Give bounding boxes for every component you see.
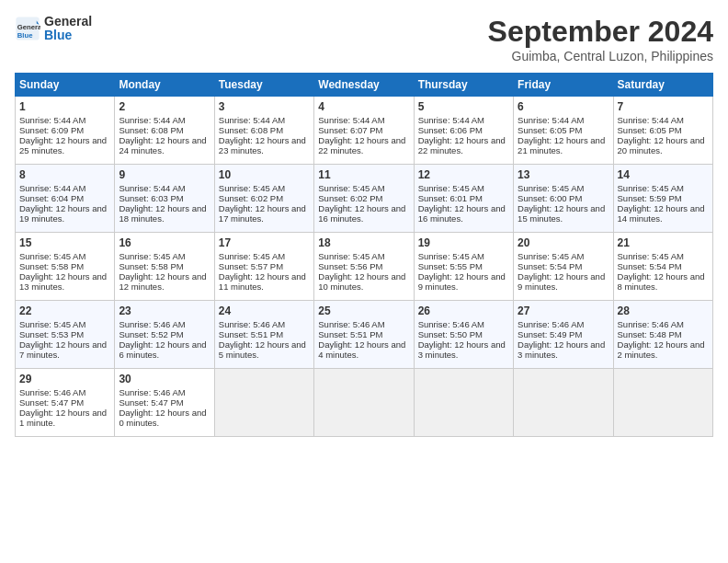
sunrise-label: Sunrise: 5:45 AM <box>618 183 684 193</box>
day-number: 27 <box>518 304 609 317</box>
day-number: 2 <box>119 100 210 113</box>
calendar-cell: 5Sunrise: 5:44 AMSunset: 6:06 PMDaylight… <box>414 97 513 165</box>
sunset-label: Sunset: 5:47 PM <box>119 397 183 408</box>
column-header-sunday: Sunday <box>16 74 115 97</box>
daylight-label: Daylight: 12 hours and 12 minutes. <box>119 271 206 292</box>
sunset-label: Sunset: 6:08 PM <box>119 125 183 135</box>
day-number: 9 <box>119 168 210 181</box>
daylight-label: Daylight: 12 hours and 6 minutes. <box>119 339 206 360</box>
sunset-label: Sunset: 5:53 PM <box>19 329 84 339</box>
logo-general: General <box>44 15 92 29</box>
daylight-label: Daylight: 12 hours and 20 minutes. <box>618 135 705 155</box>
calendar-cell: 28Sunrise: 5:46 AMSunset: 5:48 PMDayligh… <box>613 301 712 369</box>
calendar-cell: 13Sunrise: 5:45 AMSunset: 6:00 PMDayligh… <box>514 165 613 233</box>
calendar-cell: 8Sunrise: 5:44 AMSunset: 6:04 PMDaylight… <box>16 165 115 233</box>
daylight-label: Daylight: 12 hours and 3 minutes. <box>518 339 605 360</box>
sunrise-label: Sunrise: 5:45 AM <box>19 251 85 261</box>
sunrise-label: Sunrise: 5:45 AM <box>119 251 185 261</box>
day-number: 10 <box>219 168 310 181</box>
logo: General Blue General Blue <box>15 15 92 43</box>
calendar-cell: 11Sunrise: 5:45 AMSunset: 6:02 PMDayligh… <box>314 165 414 233</box>
sunset-label: Sunset: 5:49 PM <box>518 329 582 339</box>
calendar-cell <box>613 369 712 437</box>
daylight-label: Daylight: 12 hours and 5 minutes. <box>219 339 306 360</box>
day-number: 5 <box>418 100 509 113</box>
day-number: 6 <box>518 100 609 113</box>
daylight-label: Daylight: 12 hours and 11 minutes. <box>219 271 306 292</box>
sunrise-label: Sunrise: 5:45 AM <box>618 251 684 261</box>
sunrise-label: Sunrise: 5:46 AM <box>518 319 584 329</box>
calendar-cell: 30Sunrise: 5:46 AMSunset: 5:47 PMDayligh… <box>115 369 214 437</box>
day-number: 12 <box>418 168 509 181</box>
day-number: 14 <box>618 168 709 181</box>
daylight-label: Daylight: 12 hours and 8 minutes. <box>618 271 705 292</box>
sunset-label: Sunset: 5:48 PM <box>618 329 682 339</box>
sunset-label: Sunset: 5:47 PM <box>19 397 84 408</box>
sunset-label: Sunset: 5:51 PM <box>318 329 382 339</box>
svg-text:General: General <box>17 24 40 32</box>
sunset-label: Sunset: 5:54 PM <box>518 261 582 271</box>
daylight-label: Daylight: 12 hours and 7 minutes. <box>19 339 107 360</box>
sunset-label: Sunset: 6:05 PM <box>618 125 682 135</box>
column-header-monday: Monday <box>115 74 214 97</box>
title-block: September 2024 Guimba, Central Luzon, Ph… <box>488 15 713 63</box>
day-number: 20 <box>518 236 609 249</box>
daylight-label: Daylight: 12 hours and 14 minutes. <box>618 203 705 224</box>
daylight-label: Daylight: 12 hours and 16 minutes. <box>418 203 506 224</box>
day-number: 30 <box>119 373 210 385</box>
day-number: 26 <box>418 304 509 317</box>
sunrise-label: Sunrise: 5:44 AM <box>318 115 384 125</box>
daylight-label: Daylight: 12 hours and 4 minutes. <box>318 339 405 360</box>
calendar-cell: 20Sunrise: 5:45 AMSunset: 5:54 PMDayligh… <box>514 233 613 301</box>
daylight-label: Daylight: 12 hours and 15 minutes. <box>518 203 605 224</box>
column-header-wednesday: Wednesday <box>314 74 414 97</box>
calendar-week-4: 22Sunrise: 5:45 AMSunset: 5:53 PMDayligh… <box>16 301 713 369</box>
sunset-label: Sunset: 6:03 PM <box>119 193 183 203</box>
day-number: 25 <box>318 304 409 317</box>
sunset-label: Sunset: 6:09 PM <box>19 125 84 135</box>
calendar-cell: 10Sunrise: 5:45 AMSunset: 6:02 PMDayligh… <box>214 165 313 233</box>
sunrise-label: Sunrise: 5:44 AM <box>219 115 285 125</box>
sunset-label: Sunset: 5:55 PM <box>418 261 483 271</box>
calendar-cell: 17Sunrise: 5:45 AMSunset: 5:57 PMDayligh… <box>214 233 313 301</box>
day-number: 19 <box>418 236 509 249</box>
calendar-cell: 12Sunrise: 5:45 AMSunset: 6:01 PMDayligh… <box>414 165 513 233</box>
day-number: 11 <box>318 168 409 181</box>
sunrise-label: Sunrise: 5:44 AM <box>418 115 484 125</box>
sunrise-label: Sunrise: 5:44 AM <box>618 115 684 125</box>
daylight-label: Daylight: 12 hours and 22 minutes. <box>318 135 405 155</box>
sunrise-label: Sunrise: 5:46 AM <box>618 319 684 329</box>
daylight-label: Daylight: 12 hours and 3 minutes. <box>418 339 506 360</box>
sunrise-label: Sunrise: 5:45 AM <box>418 183 484 193</box>
column-header-friday: Friday <box>514 74 613 97</box>
day-number: 3 <box>219 100 310 113</box>
calendar-cell: 4Sunrise: 5:44 AMSunset: 6:07 PMDaylight… <box>314 97 414 165</box>
sunrise-label: Sunrise: 5:46 AM <box>19 387 85 397</box>
calendar-cell <box>314 369 414 437</box>
sunset-label: Sunset: 6:06 PM <box>418 125 483 135</box>
daylight-label: Daylight: 12 hours and 10 minutes. <box>318 271 405 292</box>
calendar-cell: 9Sunrise: 5:44 AMSunset: 6:03 PMDaylight… <box>115 165 214 233</box>
calendar-cell: 14Sunrise: 5:45 AMSunset: 5:59 PMDayligh… <box>613 165 712 233</box>
calendar-cell: 26Sunrise: 5:46 AMSunset: 5:50 PMDayligh… <box>414 301 513 369</box>
sunset-label: Sunset: 5:54 PM <box>618 261 682 271</box>
column-header-saturday: Saturday <box>613 74 712 97</box>
calendar-cell: 16Sunrise: 5:45 AMSunset: 5:58 PMDayligh… <box>115 233 214 301</box>
location-title: Guimba, Central Luzon, Philippines <box>488 49 713 63</box>
day-number: 15 <box>19 236 110 249</box>
column-header-thursday: Thursday <box>414 74 513 97</box>
calendar-cell: 22Sunrise: 5:45 AMSunset: 5:53 PMDayligh… <box>16 301 115 369</box>
sunrise-label: Sunrise: 5:45 AM <box>518 251 584 261</box>
calendar-cell: 18Sunrise: 5:45 AMSunset: 5:56 PMDayligh… <box>314 233 414 301</box>
calendar-table: SundayMondayTuesdayWednesdayThursdayFrid… <box>15 73 713 437</box>
day-number: 1 <box>19 100 110 113</box>
logo-blue: Blue <box>44 29 92 42</box>
daylight-label: Daylight: 12 hours and 19 minutes. <box>19 203 107 224</box>
calendar-cell: 24Sunrise: 5:46 AMSunset: 5:51 PMDayligh… <box>214 301 313 369</box>
daylight-label: Daylight: 12 hours and 18 minutes. <box>119 203 206 224</box>
svg-text:Blue: Blue <box>17 31 33 40</box>
daylight-label: Daylight: 12 hours and 0 minutes. <box>119 408 206 428</box>
calendar-cell: 3Sunrise: 5:44 AMSunset: 6:08 PMDaylight… <box>214 97 313 165</box>
logo-text: General Blue <box>44 15 92 43</box>
calendar-week-1: 1Sunrise: 5:44 AMSunset: 6:09 PMDaylight… <box>16 97 713 165</box>
